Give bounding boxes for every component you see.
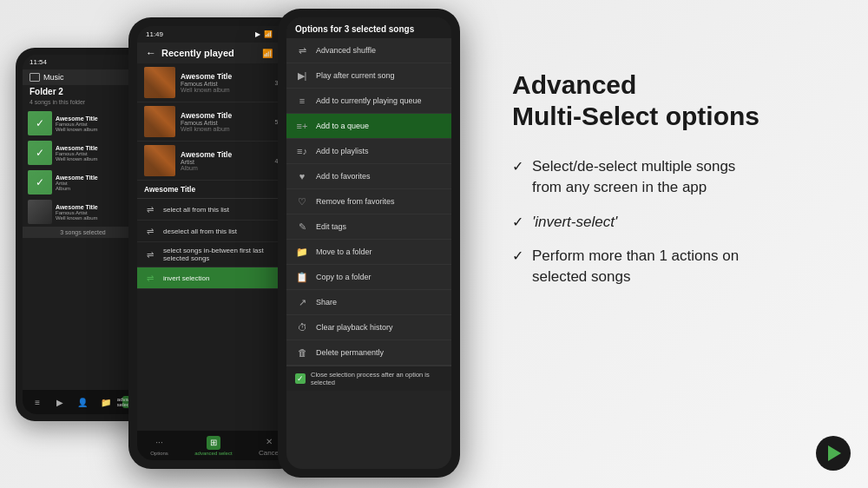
- list-item[interactable]: Awesome Title Artist Album 4:49: [137, 142, 293, 181]
- copy-folder-icon: 📋: [295, 270, 309, 284]
- dropdown-item-add-to-queue[interactable]: ≡+ Add to a queue: [286, 114, 451, 139]
- options-button[interactable]: ··· Options: [150, 436, 168, 456]
- clear-history-icon: ⏱: [295, 320, 309, 334]
- advanced-select-label: advanced select: [194, 451, 232, 456]
- dropdown-item-copy-folder[interactable]: 📋 Copy to a folder: [286, 265, 451, 290]
- phone-1-bottom-bar: ≡ ▶ 👤 📁 advanced select: [23, 390, 143, 414]
- main-heading: Advanced Multi-Select options: [512, 69, 842, 132]
- bottom-folder-icon: 📁: [100, 396, 112, 408]
- phone-2-header-title: Recently played: [161, 48, 257, 58]
- close-selection-checkbox[interactable]: ✓: [295, 373, 306, 384]
- advanced-select-icon: ⊞: [207, 436, 220, 450]
- list-item[interactable]: Awesome Title Famous Artist Well known a…: [137, 63, 293, 102]
- dropdown-item-remove-favorites[interactable]: ♡ Remove from favorites: [286, 189, 451, 214]
- album-art: [28, 170, 52, 195]
- phone-1-status-bar: 11:54 ▶: [23, 55, 143, 69]
- list-item[interactable]: Awesome Title Famous Artist Well known a…: [23, 109, 143, 138]
- add-to-queue-label: Add to a queue: [316, 122, 369, 130]
- select-between-icon: ⇌: [144, 248, 156, 260]
- context-song-title: Awesome Title: [144, 185, 286, 194]
- song-info: Awesome Title Artist Album: [56, 175, 138, 191]
- invert-label: invert selection: [163, 274, 209, 282]
- feature-text-1: Select/de-select multiple songsfrom any …: [532, 156, 735, 198]
- context-item-invert[interactable]: ⇌ invert selection: [137, 267, 293, 289]
- dropdown-item-playlists[interactable]: ≡♪ Add to playlists: [286, 139, 451, 164]
- song-title: Awesome Title: [56, 145, 138, 151]
- song-album: Well known album: [181, 126, 269, 132]
- dropdown-item-add-favorites[interactable]: ♥ Add to favorites: [286, 164, 451, 189]
- dropdown-item-move-folder[interactable]: 📁 Move to a folder: [286, 240, 451, 265]
- play-status-icon: ▶: [255, 30, 260, 38]
- album-art: [144, 67, 175, 98]
- song-album: Well known album: [56, 127, 138, 132]
- playlists-label: Add to playlists: [316, 147, 369, 155]
- move-folder-label: Move to a folder: [316, 247, 372, 256]
- phone-2-status-bar: 11:49 ▶ 📶 🔋: [137, 26, 293, 43]
- remove-favorites-icon: ♡: [295, 195, 309, 208]
- context-item-select-between[interactable]: ⇌ select songs in-between first last sel…: [137, 242, 293, 267]
- dropdown-item-add-queue[interactable]: ≡ Add to currently playing queue: [286, 89, 451, 114]
- wifi-icon: 📶: [264, 30, 273, 38]
- list-item[interactable]: Awesome Title Famous Artist Well known a…: [137, 102, 293, 142]
- song-info: Awesome Title Famous Artist Well known a…: [181, 72, 269, 93]
- back-arrow-icon[interactable]: ←: [146, 47, 156, 59]
- bottom-play-icon: ▶: [54, 396, 66, 408]
- phone-3-header-title: Options for 3 selected songs: [295, 24, 414, 34]
- options-icon: ···: [153, 436, 167, 450]
- song-info: Awesome Title Famous Artist Well known a…: [56, 204, 138, 221]
- song-artist: Famous Artist: [181, 120, 269, 126]
- context-item-select-all[interactable]: ⇌ select all from this list: [137, 199, 293, 221]
- dropdown-item-delete[interactable]: 🗑 Delete permanently: [286, 340, 451, 366]
- feature-item: ✓ 'invert-select': [512, 212, 842, 233]
- advanced-select-button[interactable]: ⊞ advanced select: [194, 436, 232, 456]
- add-favorites-label: Add to favorites: [316, 172, 371, 181]
- album-art: [28, 141, 52, 165]
- song-info: Awesome Title Famous Artist Well known a…: [56, 115, 138, 132]
- feature-list: ✓ Select/de-select multiple songsfrom an…: [512, 156, 842, 287]
- song-artist: Famous Artist: [181, 81, 269, 87]
- play-after-label: Play after current song: [316, 71, 395, 80]
- add-queue-icon: ≡: [295, 94, 309, 108]
- dropdown-item-edit-tags[interactable]: ✎ Edit tags: [286, 214, 451, 240]
- add-favorites-icon: ♥: [295, 169, 309, 183]
- context-item-deselect-all[interactable]: ⇌ deselect all from this list: [137, 221, 293, 242]
- select-between-label: select songs in-between first last selec…: [163, 247, 286, 262]
- list-item[interactable]: Awesome Title Famous Artist Well known a…: [23, 197, 143, 227]
- feature-text-2: 'invert-select': [532, 212, 617, 233]
- delete-label: Delete permanently: [316, 348, 384, 357]
- close-selection-checkbox-row[interactable]: ✓ Close selection process after an optio…: [286, 366, 451, 391]
- deselect-all-icon: ⇌: [144, 225, 156, 237]
- dropdown-item-clear-history[interactable]: ⏱ Clear playback history: [286, 315, 451, 340]
- dropdown-item-play-after[interactable]: ▶| Play after current song: [286, 63, 451, 89]
- album-art: [144, 106, 175, 137]
- phone-1-screen: 11:54 ▶ Music Folder 2 4 songs in this f…: [23, 55, 143, 414]
- songs-selected-label: 3 songs selected: [23, 227, 143, 238]
- add-queue-label: Add to currently playing queue: [316, 96, 422, 105]
- add-to-queue-icon: ≡+: [295, 119, 309, 133]
- phone-1-music-label: Music: [43, 73, 64, 82]
- feature-text-3: Perform more than 1 actions onselected s…: [532, 246, 739, 287]
- checkmark-icon: ✓: [512, 158, 523, 175]
- bottom-list-icon: ≡: [31, 396, 43, 408]
- options-label: Options: [150, 451, 168, 456]
- edit-tags-label: Edit tags: [316, 222, 346, 231]
- phone-3: Options for 3 selected songs ⇌ Advanced …: [278, 9, 460, 478]
- deselect-all-label: deselect all from this list: [163, 228, 237, 235]
- album-art: [28, 200, 52, 224]
- delete-icon: 🗑: [295, 346, 309, 359]
- share-label: Share: [316, 298, 337, 307]
- checkmark-icon: ✓: [512, 247, 523, 264]
- feature-item: ✓ Select/de-select multiple songsfrom an…: [512, 156, 842, 198]
- phone-2: 11:49 ▶ 📶 🔋 ← Recently played 📶 ✕ Awesom…: [128, 17, 302, 469]
- select-all-label: select all from this list: [163, 206, 229, 214]
- list-item[interactable]: Awesome Title Famous Artist Well known a…: [23, 138, 143, 168]
- dropdown-item-share[interactable]: ↗ Share: [286, 290, 451, 315]
- cancel-icon: ✕: [262, 434, 276, 448]
- song-title: Awesome Title: [56, 115, 138, 122]
- phone-3-header: Options for 3 selected songs: [286, 17, 451, 38]
- phone-1-header: Music: [23, 69, 143, 85]
- dropdown-item-shuffle[interactable]: ⇌ Advanced shuffle: [286, 38, 451, 63]
- list-item[interactable]: Awesome Title Artist Album: [23, 168, 143, 197]
- playlists-icon: ≡♪: [295, 144, 309, 158]
- clear-history-label: Clear playback history: [316, 323, 393, 332]
